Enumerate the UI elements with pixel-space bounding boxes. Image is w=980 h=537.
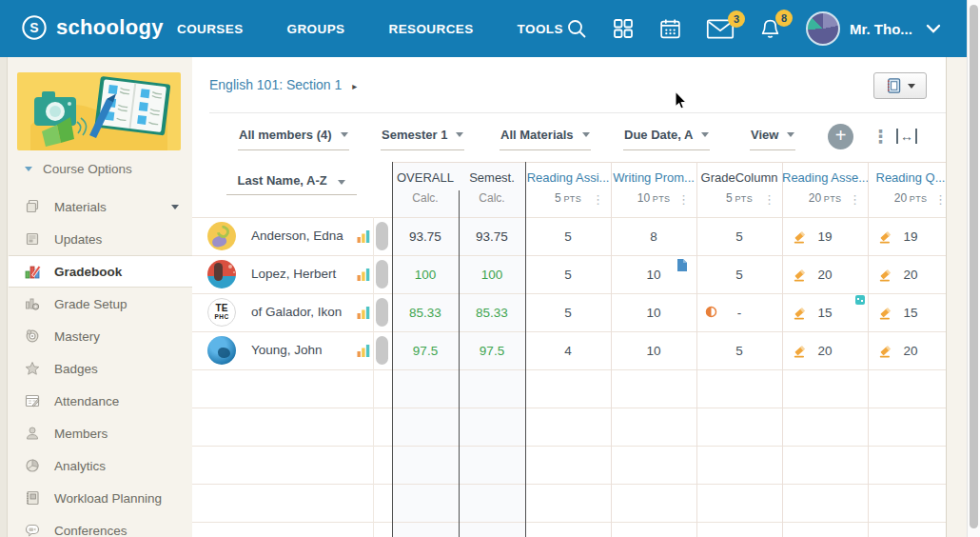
student-report-icon[interactable]	[357, 306, 370, 319]
nav-link-tools[interactable]: TOOLS	[518, 22, 563, 36]
sidebar-item-attendance[interactable]: Attendance	[0, 385, 192, 417]
student-avatar[interactable]	[207, 336, 236, 365]
column-header-gradecolumn[interactable]: GradeColumn5 PTS⋮	[696, 162, 782, 217]
calendar-icon[interactable]	[658, 17, 682, 41]
student-report-icon[interactable]	[357, 344, 370, 357]
column-menu-icon[interactable]: ⋮	[677, 193, 690, 206]
grade-cell[interactable]: 20	[868, 255, 947, 293]
student-avatar[interactable]: TEPHC	[207, 298, 236, 327]
overall-grade-cell[interactable]: 85.33	[392, 293, 459, 331]
nav-link-groups[interactable]: GROUPS	[287, 22, 345, 36]
grade-cell[interactable]: 5	[525, 217, 611, 255]
row-scroll-handle[interactable]	[376, 336, 388, 365]
grade-cell[interactable]: 10	[611, 331, 696, 369]
sidebar-item-badges[interactable]: Badges	[0, 352, 192, 385]
student-name[interactable]: Lopez, Herbert	[251, 255, 336, 293]
notifications-count-badge[interactable]: 8	[775, 10, 793, 27]
grade-cell[interactable]: 20	[782, 331, 868, 369]
gradebook-view-button[interactable]	[873, 72, 927, 99]
grade-cell[interactable]: 10	[611, 255, 696, 293]
grade-cell[interactable]: -	[696, 293, 782, 331]
column-header-reading-assi[interactable]: Reading Assi...5 PTS⋮	[525, 162, 611, 217]
grade-cell[interactable]: 19	[868, 217, 947, 255]
notifications-bell-icon[interactable]: 8	[758, 17, 782, 41]
row-scroll-handle[interactable]	[376, 260, 388, 288]
sidebar-item-gradebook[interactable]: Gradebook	[9, 255, 192, 288]
sidebar-item-conferences[interactable]: Conferences	[0, 514, 192, 537]
sidebar-item-updates[interactable]: Updates	[0, 223, 192, 255]
sidebar-item-mastery[interactable]: Mastery	[0, 320, 192, 352]
breadcrumb[interactable]: English 101: Section 1 ▸	[209, 77, 357, 92]
grade-cell[interactable]: 5	[525, 255, 611, 293]
grade-cell[interactable]: 5	[696, 331, 782, 369]
column-header-reading-q[interactable]: Reading Q...20 PTS⋮	[868, 162, 947, 217]
grade-cell[interactable]: 19	[782, 217, 868, 255]
filter-all-members-4[interactable]: All members (4)	[238, 128, 349, 150]
course-cover-image[interactable]	[17, 72, 181, 150]
grade-cell[interactable]: 5	[696, 255, 782, 293]
sidebar-item-members[interactable]: Members	[0, 417, 192, 449]
scrollbar-thumb[interactable]	[970, 5, 978, 528]
sort-students-header[interactable]: Last Name, A-Z	[226, 173, 357, 195]
grade-cell[interactable]: 8	[611, 217, 696, 255]
sidebar-item-materials[interactable]: Materials	[0, 190, 192, 223]
comment-indicator-icon[interactable]	[855, 295, 865, 305]
student-name[interactable]: Anderson, Edna	[251, 217, 343, 255]
page-scrollbar[interactable]	[967, 0, 980, 537]
filter-view[interactable]: View	[750, 128, 795, 150]
add-grade-item-button[interactable]: +	[828, 124, 853, 149]
semester-grade-cell[interactable]: 97.5	[459, 331, 525, 369]
column-width-toggle-icon[interactable]: ↔	[896, 129, 917, 144]
semester-grade-cell[interactable]: 100	[459, 255, 525, 293]
user-avatar[interactable]	[806, 11, 840, 46]
schoology-logo[interactable]: S schoology	[21, 14, 164, 41]
filter-semester-1[interactable]: Semester 1	[381, 128, 464, 150]
column-menu-icon[interactable]: ⋮	[763, 193, 775, 206]
column-title[interactable]: Reading Assi...	[525, 170, 611, 185]
nav-link-resources[interactable]: RESOURCES	[388, 22, 473, 36]
gradebook-options-kebab-icon[interactable]: ⋮	[872, 124, 890, 149]
column-title[interactable]: Reading Q...	[868, 170, 947, 185]
filter-due-date-a[interactable]: Due Date, A	[623, 128, 710, 150]
sidebar-item-analytics[interactable]: Analytics	[0, 449, 192, 482]
student-name[interactable]: Young, John	[251, 331, 323, 369]
grade-cell[interactable]: 10	[611, 293, 696, 331]
grade-cell[interactable]: 5	[525, 293, 611, 331]
grade-cell[interactable]: 15	[782, 293, 868, 331]
column-title[interactable]: Reading Asse...	[782, 170, 868, 185]
semester-grade-cell[interactable]: 85.33	[459, 293, 525, 331]
grade-cell[interactable]: 4	[525, 331, 611, 369]
document-attachment-icon[interactable]	[677, 259, 687, 271]
column-header-reading-asse[interactable]: Reading Asse...20 PTS⋮	[782, 162, 868, 217]
column-menu-icon[interactable]: ⋮	[592, 193, 604, 206]
course-options-toggle[interactable]: Course Options	[25, 162, 132, 176]
grade-cell[interactable]: 15	[868, 293, 947, 331]
chevron-down-icon[interactable]	[926, 24, 941, 33]
messages-count-badge[interactable]: 3	[728, 10, 745, 28]
nav-link-courses[interactable]: COURSES	[177, 22, 244, 36]
column-header-overall[interactable]: OVERALLCalc.	[392, 162, 459, 217]
grade-cell[interactable]: 20	[868, 331, 947, 369]
student-report-icon[interactable]	[357, 229, 370, 243]
column-header-writing-prom[interactable]: Writing Prom...10 PTS⋮	[611, 162, 696, 217]
sidebar-item-workload-planning[interactable]: Workload Planning	[0, 482, 192, 514]
student-name[interactable]: of Galador, Ikon	[251, 293, 342, 331]
row-scroll-handle[interactable]	[376, 298, 388, 327]
filter-all-materials[interactable]: All Materials	[500, 128, 591, 150]
chevron-down-icon[interactable]	[171, 205, 179, 209]
grade-cell[interactable]: 5	[696, 217, 782, 255]
breadcrumb-course-link[interactable]: English 101: Section 1	[209, 77, 342, 92]
column-header-semest[interactable]: Semest.Calc.	[459, 162, 525, 217]
grade-cell[interactable]: 20	[782, 255, 868, 293]
user-menu[interactable]: Mr. Tho...	[806, 11, 941, 46]
student-avatar[interactable]	[207, 260, 236, 288]
overall-grade-cell[interactable]: 93.75	[392, 217, 459, 255]
column-menu-icon[interactable]: ⋮	[849, 193, 861, 206]
student-report-icon[interactable]	[357, 268, 370, 281]
overall-grade-cell[interactable]: 97.5	[392, 331, 459, 369]
row-scroll-handle[interactable]	[376, 222, 388, 250]
apps-grid-icon[interactable]	[612, 17, 635, 40]
semester-grade-cell[interactable]: 93.75	[459, 217, 525, 255]
student-avatar[interactable]	[207, 222, 236, 250]
sidebar-item-grade-setup[interactable]: Grade Setup	[0, 288, 192, 320]
